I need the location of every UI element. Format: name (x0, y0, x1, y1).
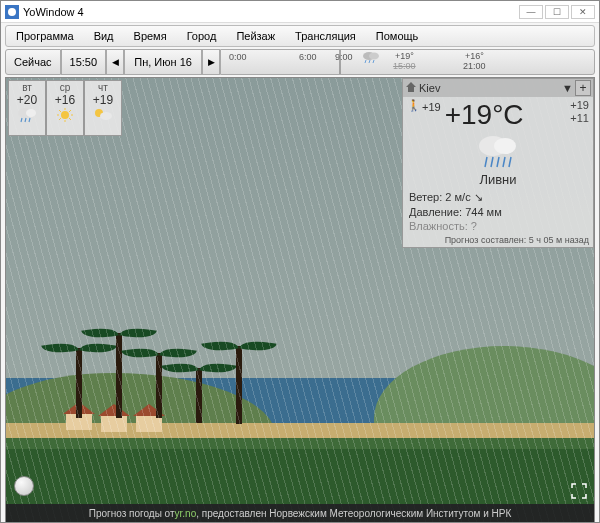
menu-time[interactable]: Время (124, 30, 177, 42)
day-forecast-cards: вт +20 ср +16 чт +19 (8, 80, 122, 136)
svg-line-6 (373, 60, 374, 63)
svg-point-24 (494, 138, 516, 154)
date-prev-button[interactable]: ◀ (106, 49, 124, 75)
current-temp: +19°C (445, 99, 524, 131)
partly-cloudy-icon (92, 107, 114, 125)
svg-point-12 (61, 111, 69, 119)
close-button[interactable]: ✕ (571, 5, 595, 19)
maximize-button[interactable]: ☐ (545, 5, 569, 19)
menu-view[interactable]: Вид (84, 30, 124, 42)
svg-line-18 (69, 118, 71, 120)
window-title: YoWindow 4 (23, 6, 84, 18)
timeline[interactable]: 0:00 6:00 9:00 +19° 15:00 +16° 21:00 (220, 49, 595, 75)
add-city-button[interactable]: + (575, 80, 591, 96)
svg-line-4 (365, 60, 366, 63)
rain-icon (361, 51, 381, 65)
menubar: Программа Вид Время Город Пейзаж Трансля… (5, 25, 595, 47)
soccer-ball[interactable] (14, 476, 34, 496)
date-next-button[interactable]: ▶ (202, 49, 220, 75)
svg-line-27 (497, 157, 499, 167)
condition-text: Ливни (403, 172, 593, 187)
timeline-forecast: +16° 21:00 (463, 51, 486, 71)
timeline-marker (339, 50, 341, 74)
menu-broadcast[interactable]: Трансляция (285, 30, 366, 42)
svg-point-22 (100, 112, 112, 120)
city-name[interactable]: Kiev (417, 82, 562, 94)
timeline-tick: 9:00 (335, 52, 353, 62)
wind-value: 2 м/с ↘ (445, 191, 482, 203)
app-window: YoWindow 4 — ☐ ✕ Программа Вид Время Гор… (0, 0, 600, 523)
temp-low: +11 (570, 112, 589, 125)
svg-point-3 (369, 53, 379, 60)
svg-line-11 (29, 118, 30, 122)
svg-point-1 (8, 8, 16, 16)
person-icon: 🚶 (407, 99, 421, 112)
menu-program[interactable]: Программа (6, 30, 84, 42)
humidity-value: ? (471, 220, 477, 232)
yr-link[interactable]: yr.no (175, 508, 197, 519)
svg-line-5 (369, 60, 370, 63)
menu-help[interactable]: Помощь (366, 30, 429, 42)
menu-city[interactable]: Город (177, 30, 227, 42)
rain-icon (16, 107, 38, 125)
timeline-tick: 6:00 (299, 52, 317, 62)
titlebar: YoWindow 4 — ☐ ✕ (1, 1, 599, 23)
landscape-scene: вт +20 ср +16 чт +19 Kiev ▼ + (5, 77, 595, 523)
date-button[interactable]: Пн, Июн 16 (124, 49, 202, 75)
app-icon (5, 5, 19, 19)
svg-line-26 (491, 157, 493, 167)
home-icon (405, 81, 417, 95)
sun-icon (54, 107, 76, 125)
now-button[interactable]: Сейчас (5, 49, 61, 75)
feels-like: +19 (422, 101, 441, 113)
menu-landscape[interactable]: Пейзаж (226, 30, 285, 42)
svg-line-29 (509, 157, 511, 167)
svg-line-9 (21, 118, 22, 122)
svg-point-8 (26, 109, 36, 117)
weather-panel: Kiev ▼ + 🚶 +19 +19°C +19 +11 Ливни Ветер… (402, 78, 594, 248)
minimize-button[interactable]: — (519, 5, 543, 19)
condition-icon (403, 133, 593, 171)
pressure-value: 744 мм (465, 206, 502, 218)
timeline-tick: 0:00 (229, 52, 247, 62)
timeline-forecast (361, 51, 381, 65)
svg-line-25 (485, 157, 487, 167)
timeline-forecast: +19° 15:00 (393, 51, 416, 71)
toolbar: Сейчас 15:50 ◀ Пн, Июн 16 ▶ 0:00 6:00 9:… (5, 49, 595, 75)
updated-value: 5 ч 05 м назад (529, 235, 589, 245)
day-card[interactable]: ср +16 (46, 80, 84, 136)
svg-line-17 (59, 110, 61, 112)
panel-header: Kiev ▼ + (403, 79, 593, 97)
dropdown-icon[interactable]: ▼ (562, 82, 573, 94)
svg-line-28 (503, 157, 505, 167)
attribution-footer: Прогноз погоды от yr.no , предоставлен Н… (6, 504, 594, 522)
svg-line-20 (59, 118, 61, 120)
time-button[interactable]: 15:50 (61, 49, 107, 75)
day-card[interactable]: вт +20 (8, 80, 46, 136)
day-card[interactable]: чт +19 (84, 80, 122, 136)
temp-high: +19 (570, 99, 589, 112)
svg-line-10 (25, 118, 26, 122)
fullscreen-button[interactable] (570, 482, 588, 500)
svg-line-19 (69, 110, 71, 112)
